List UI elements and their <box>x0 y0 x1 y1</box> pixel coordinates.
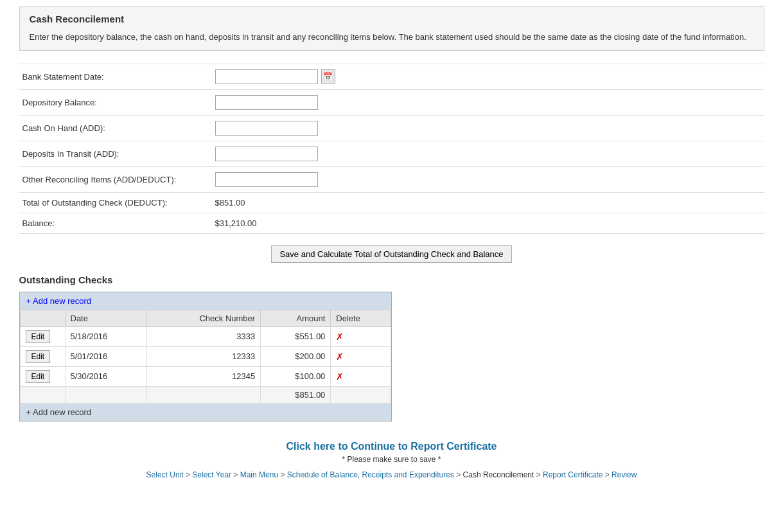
outstanding-checks-section: Outstanding Checks + Add new record Date… <box>19 274 764 421</box>
breadcrumb-link[interactable]: Report Certificate <box>543 470 603 479</box>
header-box: Cash Reconcilement Enter the depository … <box>19 6 764 51</box>
other-reconciling-input[interactable]: $0.00 <box>215 172 318 187</box>
bank-statement-date-value: 6/1/2016 📅 <box>215 69 761 84</box>
add-new-top-toolbar[interactable]: + Add new record <box>20 292 391 310</box>
checks-table-wrapper: + Add new record Date Check Number Amoun… <box>19 292 392 421</box>
row-date: 5/01/2016 <box>65 346 147 366</box>
outstanding-checks-title: Outstanding Checks <box>19 274 764 285</box>
breadcrumb-link[interactable]: Schedule of Balance, Receipts and Expend… <box>287 470 454 479</box>
other-reconciling-label: Other Reconciling Items (ADD/DEDUCT): <box>22 175 215 184</box>
other-reconciling-row: Other Reconciling Items (ADD/DEDUCT): $0… <box>19 167 764 193</box>
table-header: Date Check Number Amount Delete <box>20 310 391 326</box>
col-amount: Amount <box>261 310 331 326</box>
table-row: Edit 5/30/2016 12345 $100.00 ✗ <box>20 366 391 386</box>
deposits-in-transit-label: Deposits In Transit (ADD): <box>22 149 215 159</box>
add-new-bottom-label[interactable]: + Add new record <box>26 407 92 417</box>
cash-on-hand-row: Cash On Hand (ADD): $50.00 <box>19 116 764 141</box>
checks-tbody: Edit 5/18/2016 3333 $551.00 ✗ Edit 5/01/… <box>20 326 391 386</box>
cash-on-hand-input[interactable]: $50.00 <box>215 121 318 136</box>
page-title: Cash Reconcilement <box>30 13 754 24</box>
edit-button[interactable]: Edit <box>26 330 51 343</box>
please-save: * Please make sure to save * <box>19 455 764 464</box>
delete-icon[interactable]: ✗ <box>336 332 344 342</box>
breadcrumb-link[interactable]: Select Unit <box>146 470 184 479</box>
edit-button[interactable]: Edit <box>26 350 51 363</box>
save-calculate-button[interactable]: Save and Calculate Total of Outstanding … <box>271 245 511 263</box>
checks-tfoot: $851.00 <box>20 386 391 403</box>
balance-row: Balance: $31,210.00 <box>19 213 764 234</box>
breadcrumb-link[interactable]: Main Menu <box>240 470 278 479</box>
row-amount: $551.00 <box>261 326 331 346</box>
deposits-in-transit-row: Deposits In Transit (ADD): $0.00 <box>19 141 764 167</box>
col-delete: Delete <box>331 310 391 326</box>
breadcrumb-link[interactable]: Review <box>611 470 637 479</box>
total-outstanding-label: Total of Outstanding Check (DEDUCT): <box>22 198 215 208</box>
delete-icon[interactable]: ✗ <box>336 351 344 362</box>
col-check-number: Check Number <box>147 310 261 326</box>
col-edit <box>20 310 65 326</box>
table-row: Edit 5/01/2016 12333 $200.00 ✗ <box>20 346 391 366</box>
depository-balance-input[interactable]: $32,011.00 <box>215 95 318 110</box>
page-container: Cash Reconcilement Enter the depository … <box>13 6 771 479</box>
calendar-icon[interactable]: 📅 <box>321 69 335 84</box>
bank-statement-date-row: Bank Statement Date: 6/1/2016 📅 <box>19 64 764 90</box>
total-row: $851.00 <box>20 386 391 403</box>
table-row: Edit 5/18/2016 3333 $551.00 ✗ <box>20 326 391 346</box>
row-check-number: 12333 <box>147 346 261 366</box>
bank-statement-date-label: Bank Statement Date: <box>22 72 215 82</box>
row-check-number: 3333 <box>147 326 261 346</box>
grand-total-value: $851.00 <box>261 386 331 403</box>
row-amount: $200.00 <box>261 346 331 366</box>
depository-balance-row: Depository Balance: $32,011.00 <box>19 90 764 116</box>
form-section: Bank Statement Date: 6/1/2016 📅 Deposito… <box>19 64 764 234</box>
row-date: 5/18/2016 <box>65 326 147 346</box>
col-date: Date <box>65 310 147 326</box>
total-outstanding-row: Total of Outstanding Check (DEDUCT): $85… <box>19 193 764 213</box>
row-amount: $100.00 <box>261 366 331 386</box>
save-button-row: Save and Calculate Total of Outstanding … <box>19 245 764 263</box>
add-new-bottom-toolbar[interactable]: + Add new record <box>20 403 391 421</box>
header-description: Enter the depository balance, the cash o… <box>30 31 754 44</box>
row-date: 5/30/2016 <box>65 366 147 386</box>
continue-link[interactable]: Click here to Continue to Report Certifi… <box>286 441 497 452</box>
breadcrumb: Select Unit > Select Year > Main Menu > … <box>19 470 764 479</box>
row-check-number: 12345 <box>147 366 261 386</box>
continue-section: Click here to Continue to Report Certifi… <box>19 441 764 464</box>
bank-statement-date-input[interactable]: 6/1/2016 <box>215 69 318 84</box>
breadcrumb-current: Cash Reconcilement <box>463 470 534 479</box>
add-new-top-label[interactable]: + Add new record <box>26 296 92 306</box>
deposits-in-transit-input[interactable]: $0.00 <box>215 146 318 161</box>
cash-on-hand-label: Cash On Hand (ADD): <box>22 123 215 133</box>
delete-icon[interactable]: ✗ <box>336 371 344 382</box>
balance-value: $31,210.00 <box>215 218 257 228</box>
depository-balance-label: Depository Balance: <box>22 98 215 107</box>
edit-button[interactable]: Edit <box>26 370 51 383</box>
breadcrumb-link[interactable]: Select Year <box>192 470 231 479</box>
balance-label: Balance: <box>22 218 215 228</box>
total-outstanding-value: $851.00 <box>215 198 245 208</box>
outstanding-checks-table: Date Check Number Amount Delete Edit 5/1… <box>20 310 391 403</box>
